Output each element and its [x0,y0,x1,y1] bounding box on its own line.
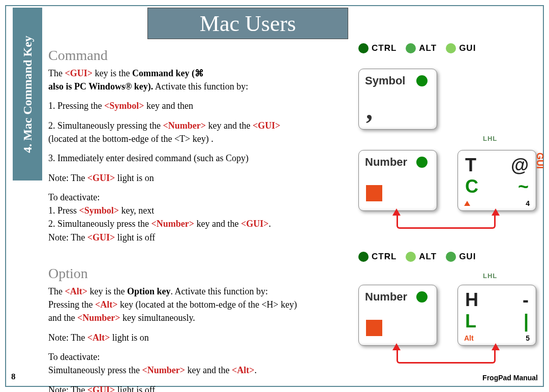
command-intro-1: The <GUI> key is the Command key (⌘ [48,67,330,79]
green-dot-icon [416,291,428,303]
led-dot-icon [446,43,456,53]
command-step-2: 2. Simultaneously pressing the <Number> … [48,119,330,132]
lhl-label-1: LHL [483,135,497,142]
title-banner: Mac Users [147,8,348,39]
sidebar-tab: 4. Mac Command Key [13,8,42,180]
command-diagram: CTRL ALT GUI [356,43,539,61]
arrow-head-icon [492,343,500,350]
option-d1: Simultaneously press the <Number> key an… [48,364,330,376]
command-intro-2: also is PC Windows® key). Activate this … [48,80,330,93]
option-line-2: Pressing the <Alt> key (located at the b… [48,298,330,311]
arrow-head-icon [492,208,500,216]
option-note-2: Note: The <GUI> light is off [48,384,330,392]
option-diagram: CTRL ALT GUI [356,252,539,269]
option-note-1: Note: The <Alt> light is on [48,331,330,344]
arrow-head-icon [392,208,401,216]
command-step-2b: (located at the bottom-edge of the <T> k… [48,133,330,145]
footer-label: FrogPad Manual [482,374,538,382]
led-dot-icon [406,252,416,262]
command-step-3: 3. Immediately enter desired command (su… [48,152,330,164]
command-d2: 2. Simultaneously press the <Number> key… [48,218,330,230]
led-dot-icon [446,252,456,262]
led-alt: ALT [406,43,437,53]
led-gui-2: GUI [446,252,476,262]
gui-side-label: GUI [534,153,545,169]
lhl-label-2: LHL [483,272,497,280]
key-h: H- L| Alt5 [458,285,536,346]
led-row-1: CTRL ALT GUI [358,43,539,53]
command-note-1: Note: The <GUI> light is on [48,172,330,184]
led-dot-icon [358,252,369,262]
led-dot-icon [406,43,416,53]
command-step-1: 1. Pressing the <Symbol> key and then [48,100,330,112]
page-title: Mac Users [200,11,296,37]
led-alt-2: ALT [406,252,437,262]
led-ctrl: CTRL [358,43,396,53]
key-symbol: Symbol , [358,69,437,130]
option-heading: Option [48,264,330,283]
arrow-head-icon [392,343,401,350]
arrow-connector-2 [396,348,496,364]
option-deactivate: To deactivate: [48,351,330,363]
green-dot-icon [416,75,428,86]
key-number-2: Number [358,285,437,346]
led-dot-icon [358,43,369,53]
led-row-2: CTRL ALT GUI [358,252,539,262]
orange-square-icon [366,185,382,201]
green-dot-icon [416,157,428,168]
arrow-connector-1 [396,214,496,229]
key-number-1: Number [358,150,437,211]
command-heading: Command [48,46,330,65]
orange-square-icon [366,320,382,336]
command-deactivate: To deactivate: [48,191,330,203]
led-gui: GUI [446,43,476,53]
sidebar-label: 4. Mac Command Key [21,36,35,153]
triangle-icon [464,201,470,206]
option-intro-1: The <Alt> key is the Option key. Activat… [48,285,330,297]
key-t: T@ C~ 4 [458,150,536,211]
led-ctrl-2: CTRL [358,252,396,262]
command-d1: 1. Press <Symbol> key, next [48,204,330,217]
main-content: Command The <GUI> key is the Command key… [48,46,330,392]
option-line-3: and the <Number> key simultaneously. [48,312,330,324]
page-number: 8 [11,372,16,382]
command-note-2: Note: The <GUI> light is off [48,231,330,244]
